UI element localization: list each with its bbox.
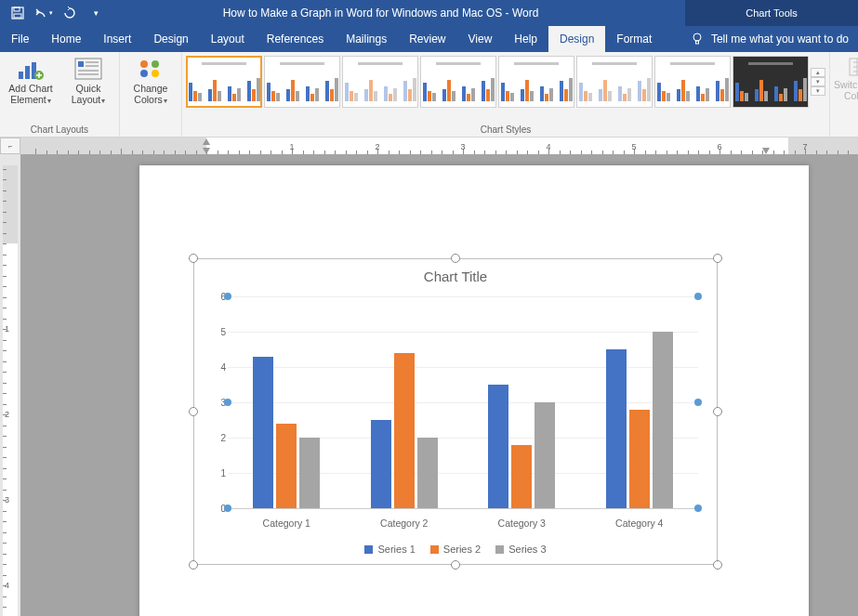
chart-bars (228, 296, 698, 508)
bar-Series2-3[interactable] (629, 410, 650, 508)
svg-point-16 (152, 60, 159, 68)
selection-handle[interactable] (189, 407, 198, 416)
svg-rect-4 (695, 41, 698, 44)
legend-item[interactable]: Series 2 (430, 544, 481, 555)
svg-point-15 (140, 60, 148, 68)
plot-area[interactable]: 0123456 (228, 296, 698, 508)
chart-style-thumb-7[interactable] (654, 56, 731, 108)
plot-handle[interactable] (224, 293, 231, 300)
bar-Series1-3[interactable] (606, 349, 627, 508)
chart-tab-format[interactable]: Format (605, 26, 663, 52)
switch-row-column-label: Switch Row/ Column (834, 79, 858, 101)
svg-rect-5 (19, 72, 23, 79)
document-area[interactable]: Chart Title 0123456 Category 1Category 2… (20, 154, 858, 616)
title-bar: ▾ ▾ How to Make a Graph in Word for Wind… (0, 0, 858, 26)
plot-handle[interactable] (694, 399, 702, 406)
tell-me-search[interactable]: Tell me what you want to do (681, 26, 858, 52)
add-chart-element-button[interactable]: Add Chart Element (4, 54, 58, 105)
tab-mailings[interactable]: Mailings (335, 26, 398, 52)
tab-help[interactable]: Help (503, 26, 548, 52)
svg-rect-13 (78, 70, 99, 72)
ribbon: Add Chart Element Quick Layout Chart Lay… (0, 52, 858, 138)
chart-styles-group-label: Chart Styles (186, 125, 825, 137)
bar-Series3-1[interactable] (417, 438, 438, 508)
bar-Series1-0[interactable] (253, 357, 273, 508)
bar-Series2-1[interactable] (394, 353, 415, 508)
chart-box[interactable]: Chart Title 0123456 Category 1Category 2… (193, 258, 718, 565)
svg-rect-1 (14, 7, 20, 11)
x-axis-labels: Category 1Category 2Category 3Category 4 (228, 518, 698, 529)
tab-home[interactable]: Home (40, 26, 92, 52)
tab-insert[interactable]: Insert (92, 26, 142, 52)
svg-rect-10 (78, 61, 84, 67)
bar-Series3-3[interactable] (653, 332, 673, 508)
plot-handle[interactable] (694, 505, 702, 512)
selection-handle[interactable] (189, 560, 198, 570)
tab-design[interactable]: Design (142, 26, 199, 52)
change-colors-button[interactable]: Change Colors (124, 54, 178, 105)
chart-tab-design[interactable]: Design (548, 26, 605, 52)
bar-Series1-2[interactable] (488, 385, 508, 508)
selection-handle[interactable] (713, 560, 722, 570)
quick-layout-button[interactable]: Quick Layout (61, 54, 115, 105)
chart-style-thumb-3[interactable] (342, 56, 418, 108)
tab-review[interactable]: Review (398, 26, 456, 52)
main-tabs: File Home Insert Design Layout Reference… (0, 26, 858, 52)
chart-style-thumb-4[interactable] (420, 56, 496, 108)
quick-layout-icon (74, 57, 102, 81)
vertical-ruler[interactable]: 12345 (3, 165, 18, 616)
vertical-ruler-area: 12345 (0, 154, 20, 616)
chart-style-thumb-8[interactable] (733, 56, 809, 108)
svg-rect-11 (86, 61, 99, 63)
tab-references[interactable]: References (256, 26, 335, 52)
plot-handle[interactable] (694, 293, 702, 300)
tab-view[interactable]: View (457, 26, 504, 52)
tab-file[interactable]: File (0, 26, 40, 52)
plot-handle[interactable] (224, 399, 231, 406)
bar-Series3-2[interactable] (535, 402, 555, 508)
bar-Series2-0[interactable] (276, 424, 297, 508)
group-chart-styles: ▴▾▾ Chart Styles (182, 52, 830, 137)
switch-row-column-button: Switch Row/ Column (834, 54, 858, 101)
tell-me-label: Tell me what you want to do (711, 33, 849, 46)
group-data: Switch Row/ Column (830, 52, 858, 137)
bar-Series2-2[interactable] (511, 445, 532, 508)
chart-style-thumb-6[interactable] (576, 56, 653, 108)
selection-handle[interactable] (713, 407, 722, 416)
ruler-corner[interactable]: ⌐ (0, 138, 20, 154)
selection-handle[interactable] (451, 560, 460, 570)
legend-item[interactable]: Series 3 (495, 544, 546, 555)
change-colors-label: Change Colors (134, 83, 168, 105)
chart-style-thumb-2[interactable] (264, 56, 340, 108)
redo-icon (63, 7, 76, 20)
page[interactable]: Chart Title 0123456 Category 1Category 2… (139, 165, 809, 616)
plot-handle[interactable] (224, 505, 231, 512)
horizontal-ruler[interactable]: 1234567 (20, 138, 858, 154)
chart-legend[interactable]: Series 1Series 2Series 3 (194, 544, 717, 555)
switch-row-column-icon (848, 57, 858, 77)
gallery-scroll[interactable]: ▴▾▾ (811, 68, 825, 96)
lightbulb-icon (691, 33, 704, 46)
chart-title[interactable]: Chart Title (194, 259, 717, 284)
legend-item[interactable]: Series 1 (364, 544, 415, 555)
add-chart-element-label: Add Chart Element (8, 83, 52, 105)
bar-Series1-1[interactable] (371, 420, 391, 508)
selection-handle[interactable] (713, 254, 722, 263)
svg-point-18 (152, 70, 159, 77)
chart-object[interactable]: Chart Title 0123456 Category 1Category 2… (193, 258, 718, 565)
svg-rect-12 (86, 65, 99, 67)
chart-layouts-group-label: Chart Layouts (4, 125, 115, 137)
chart-style-thumb-5[interactable] (498, 56, 574, 108)
tab-layout[interactable]: Layout (200, 26, 256, 52)
change-colors-icon (137, 57, 165, 81)
selection-handle[interactable] (189, 254, 198, 263)
chart-style-gallery: ▴▾▾ (186, 54, 825, 108)
selection-handle[interactable] (451, 254, 460, 263)
undo-button[interactable]: ▾ (33, 3, 54, 23)
svg-point-17 (140, 70, 148, 77)
undo-icon (35, 7, 50, 20)
chart-style-thumb-1[interactable] (186, 56, 262, 108)
svg-rect-2 (14, 14, 21, 18)
bar-Series3-0[interactable] (299, 438, 320, 508)
save-button[interactable] (7, 3, 28, 23)
